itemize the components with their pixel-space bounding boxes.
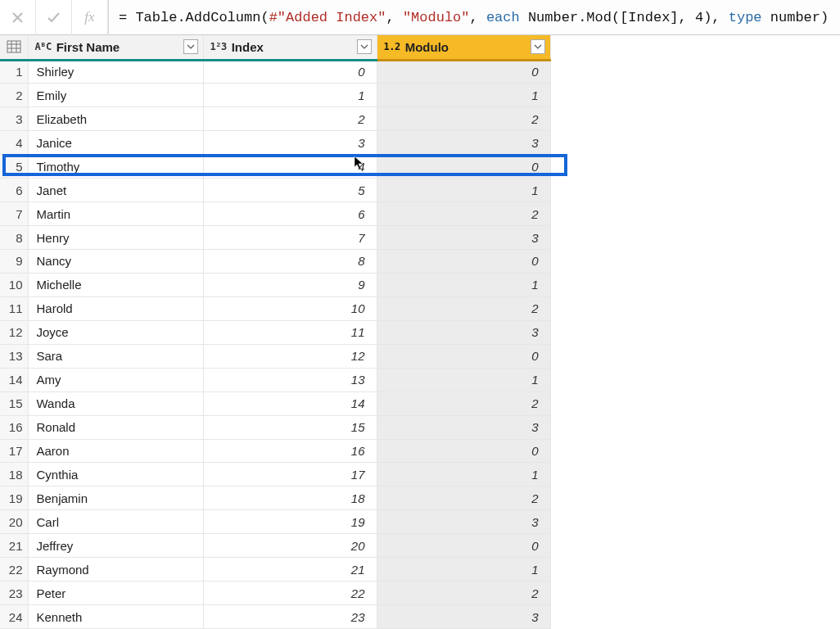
- cell-modulo[interactable]: 0: [377, 344, 550, 368]
- cell-index[interactable]: 10: [203, 296, 377, 320]
- table-row[interactable]: 17Aaron160: [0, 439, 550, 463]
- row-number[interactable]: 18: [0, 463, 28, 486]
- table-row[interactable]: 8Henry73: [0, 226, 550, 250]
- cell-first-name[interactable]: Jeffrey: [28, 534, 203, 558]
- cell-modulo[interactable]: 0: [377, 439, 550, 463]
- table-row[interactable]: 3Elizabeth22: [0, 107, 550, 131]
- cell-modulo[interactable]: 1: [377, 463, 550, 486]
- filter-button[interactable]: [531, 39, 545, 54]
- cell-index[interactable]: 11: [203, 320, 377, 344]
- table-row[interactable]: 1Shirley00: [0, 60, 550, 84]
- row-number[interactable]: 8: [0, 226, 28, 250]
- cell-modulo[interactable]: 2: [377, 202, 550, 226]
- cell-index[interactable]: 23: [203, 605, 377, 629]
- cell-first-name[interactable]: Janet: [28, 179, 203, 202]
- cell-modulo[interactable]: 3: [377, 415, 550, 439]
- row-number[interactable]: 6: [0, 179, 28, 202]
- row-number[interactable]: 23: [0, 581, 28, 605]
- row-number[interactable]: 13: [0, 344, 28, 368]
- table-row[interactable]: 23Peter222: [0, 581, 550, 605]
- cell-index[interactable]: 22: [203, 581, 377, 605]
- row-number[interactable]: 11: [0, 296, 28, 320]
- cell-first-name[interactable]: Nancy: [28, 250, 203, 274]
- filter-button[interactable]: [357, 39, 372, 54]
- cell-first-name[interactable]: Shirley: [28, 60, 203, 84]
- row-number[interactable]: 21: [0, 534, 28, 558]
- cell-first-name[interactable]: Cynthia: [28, 463, 203, 486]
- cell-first-name[interactable]: Peter: [28, 581, 203, 605]
- cell-first-name[interactable]: Aaron: [28, 439, 203, 463]
- row-number[interactable]: 19: [0, 486, 28, 510]
- table-row[interactable]: 20Carl193: [0, 510, 550, 534]
- cell-first-name[interactable]: Henry: [28, 226, 203, 250]
- cell-first-name[interactable]: Wanda: [28, 391, 203, 415]
- cell-index[interactable]: 16: [203, 439, 377, 463]
- row-number[interactable]: 4: [0, 131, 28, 155]
- cell-modulo[interactable]: 2: [377, 581, 550, 605]
- table-row[interactable]: 2Emily11: [0, 84, 550, 107]
- cell-first-name[interactable]: Benjamin: [28, 486, 203, 510]
- formula-cancel-button[interactable]: [0, 0, 36, 35]
- cell-index[interactable]: 14: [203, 391, 377, 415]
- cell-modulo[interactable]: 0: [377, 534, 550, 558]
- table-row[interactable]: 10Michelle91: [0, 273, 550, 296]
- table-row[interactable]: 18Cynthia171: [0, 463, 550, 486]
- cell-modulo[interactable]: 0: [377, 60, 550, 84]
- row-number[interactable]: 22: [0, 558, 28, 581]
- cell-modulo[interactable]: 1: [377, 84, 550, 107]
- cell-first-name[interactable]: Joyce: [28, 320, 203, 344]
- cell-index[interactable]: 18: [203, 486, 377, 510]
- formula-input[interactable]: = Table.AddColumn(#"Added Index", "Modul…: [108, 0, 840, 34]
- cell-index[interactable]: 7: [203, 226, 377, 250]
- cell-modulo[interactable]: 2: [377, 296, 550, 320]
- cell-first-name[interactable]: Elizabeth: [28, 107, 203, 131]
- table-row[interactable]: 24Kenneth233: [0, 605, 550, 629]
- cell-modulo[interactable]: 3: [377, 131, 550, 155]
- cell-modulo[interactable]: 1: [377, 558, 550, 581]
- cell-modulo[interactable]: 2: [377, 486, 550, 510]
- column-header-first-name[interactable]: AᴮC First Name: [28, 35, 203, 60]
- row-number[interactable]: 16: [0, 415, 28, 439]
- row-number[interactable]: 14: [0, 368, 28, 391]
- cell-modulo[interactable]: 3: [377, 320, 550, 344]
- cell-index[interactable]: 19: [203, 510, 377, 534]
- cell-index[interactable]: 15: [203, 415, 377, 439]
- cell-index[interactable]: 1: [203, 84, 377, 107]
- row-number[interactable]: 10: [0, 273, 28, 296]
- formula-confirm-button[interactable]: [36, 0, 72, 35]
- table-row[interactable]: 12Joyce113: [0, 320, 550, 344]
- table-row[interactable]: 9Nancy80: [0, 250, 550, 274]
- cell-modulo[interactable]: 0: [377, 250, 550, 274]
- row-number[interactable]: 17: [0, 439, 28, 463]
- column-header-index[interactable]: 1²3 Index: [203, 35, 377, 60]
- column-header-modulo[interactable]: 1.2 Modulo: [377, 35, 550, 60]
- table-row[interactable]: 15Wanda142: [0, 391, 550, 415]
- table-row[interactable]: 21Jeffrey200: [0, 534, 550, 558]
- row-number[interactable]: 2: [0, 84, 28, 107]
- filter-button[interactable]: [183, 39, 198, 54]
- cell-first-name[interactable]: Harold: [28, 296, 203, 320]
- cell-index[interactable]: 5: [203, 179, 377, 202]
- row-number[interactable]: 20: [0, 510, 28, 534]
- cell-first-name[interactable]: Carl: [28, 510, 203, 534]
- row-number[interactable]: 9: [0, 250, 28, 274]
- cell-first-name[interactable]: Sara: [28, 344, 203, 368]
- row-number[interactable]: 12: [0, 320, 28, 344]
- cell-index[interactable]: 3: [203, 131, 377, 155]
- cell-modulo[interactable]: 2: [377, 107, 550, 131]
- table-corner[interactable]: [0, 35, 28, 60]
- cell-first-name[interactable]: Janice: [28, 131, 203, 155]
- cell-modulo[interactable]: 3: [377, 510, 550, 534]
- table-row[interactable]: 5Timothy40: [0, 155, 550, 179]
- table-row[interactable]: 14Amy131: [0, 368, 550, 391]
- cell-index[interactable]: 13: [203, 368, 377, 391]
- cell-first-name[interactable]: Amy: [28, 368, 203, 391]
- cell-modulo[interactable]: 3: [377, 605, 550, 629]
- table-row[interactable]: 13Sara120: [0, 344, 550, 368]
- cell-index[interactable]: 6: [203, 202, 377, 226]
- cell-index[interactable]: 0: [203, 60, 377, 84]
- cell-index[interactable]: 12: [203, 344, 377, 368]
- row-number[interactable]: 1: [0, 60, 28, 84]
- cell-modulo[interactable]: 1: [377, 273, 550, 296]
- cell-first-name[interactable]: Emily: [28, 84, 203, 107]
